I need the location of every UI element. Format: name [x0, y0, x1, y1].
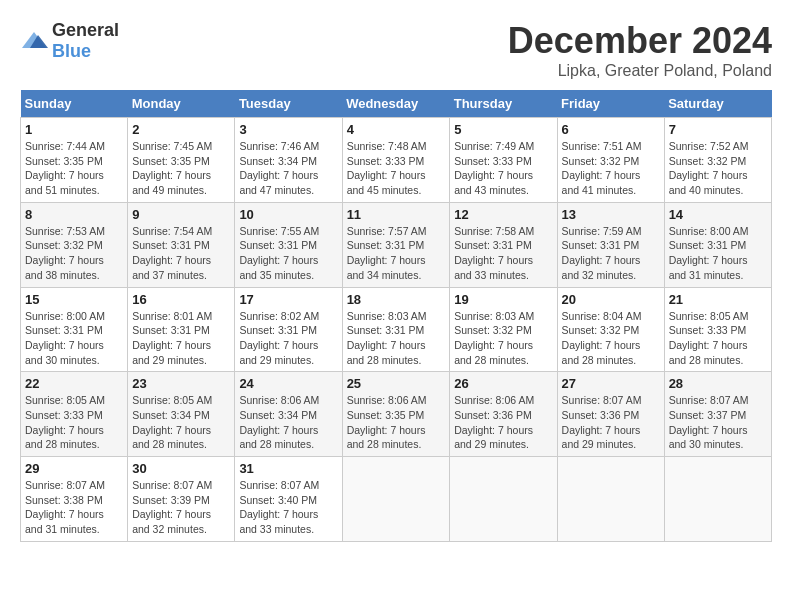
calendar-cell: 12Sunrise: 7:58 AMSunset: 3:31 PMDayligh… [450, 202, 557, 287]
day-info: Sunrise: 7:57 AMSunset: 3:31 PMDaylight:… [347, 224, 446, 283]
day-number: 26 [454, 376, 552, 391]
day-info: Sunrise: 8:07 AMSunset: 3:38 PMDaylight:… [25, 478, 123, 537]
day-number: 7 [669, 122, 767, 137]
day-info: Sunrise: 8:05 AMSunset: 3:33 PMDaylight:… [25, 393, 123, 452]
calendar-week-2: 8Sunrise: 7:53 AMSunset: 3:32 PMDaylight… [21, 202, 772, 287]
day-number: 5 [454, 122, 552, 137]
day-number: 23 [132, 376, 230, 391]
calendar-cell: 25Sunrise: 8:06 AMSunset: 3:35 PMDayligh… [342, 372, 450, 457]
day-info: Sunrise: 8:07 AMSunset: 3:40 PMDaylight:… [239, 478, 337, 537]
day-info: Sunrise: 8:07 AMSunset: 3:39 PMDaylight:… [132, 478, 230, 537]
day-number: 1 [25, 122, 123, 137]
column-header-saturday: Saturday [664, 90, 771, 118]
calendar-week-1: 1Sunrise: 7:44 AMSunset: 3:35 PMDaylight… [21, 118, 772, 203]
calendar-header-row: SundayMondayTuesdayWednesdayThursdayFrid… [21, 90, 772, 118]
day-number: 14 [669, 207, 767, 222]
day-number: 13 [562, 207, 660, 222]
logo-icon [20, 30, 48, 52]
calendar-cell: 27Sunrise: 8:07 AMSunset: 3:36 PMDayligh… [557, 372, 664, 457]
calendar-cell: 18Sunrise: 8:03 AMSunset: 3:31 PMDayligh… [342, 287, 450, 372]
calendar-cell: 13Sunrise: 7:59 AMSunset: 3:31 PMDayligh… [557, 202, 664, 287]
column-header-tuesday: Tuesday [235, 90, 342, 118]
day-info: Sunrise: 8:00 AMSunset: 3:31 PMDaylight:… [669, 224, 767, 283]
day-number: 9 [132, 207, 230, 222]
day-number: 28 [669, 376, 767, 391]
sub-title: Lipka, Greater Poland, Poland [508, 62, 772, 80]
calendar-cell [557, 457, 664, 542]
calendar-week-4: 22Sunrise: 8:05 AMSunset: 3:33 PMDayligh… [21, 372, 772, 457]
column-header-sunday: Sunday [21, 90, 128, 118]
calendar-cell: 6Sunrise: 7:51 AMSunset: 3:32 PMDaylight… [557, 118, 664, 203]
day-info: Sunrise: 7:54 AMSunset: 3:31 PMDaylight:… [132, 224, 230, 283]
day-number: 19 [454, 292, 552, 307]
day-info: Sunrise: 8:05 AMSunset: 3:33 PMDaylight:… [669, 309, 767, 368]
calendar-cell: 19Sunrise: 8:03 AMSunset: 3:32 PMDayligh… [450, 287, 557, 372]
day-info: Sunrise: 8:05 AMSunset: 3:34 PMDaylight:… [132, 393, 230, 452]
calendar-cell: 29Sunrise: 8:07 AMSunset: 3:38 PMDayligh… [21, 457, 128, 542]
calendar-cell: 10Sunrise: 7:55 AMSunset: 3:31 PMDayligh… [235, 202, 342, 287]
calendar-cell: 30Sunrise: 8:07 AMSunset: 3:39 PMDayligh… [128, 457, 235, 542]
day-number: 17 [239, 292, 337, 307]
calendar-cell: 3Sunrise: 7:46 AMSunset: 3:34 PMDaylight… [235, 118, 342, 203]
day-number: 6 [562, 122, 660, 137]
day-number: 30 [132, 461, 230, 476]
calendar-cell: 8Sunrise: 7:53 AMSunset: 3:32 PMDaylight… [21, 202, 128, 287]
logo-text: General Blue [52, 20, 119, 62]
day-number: 27 [562, 376, 660, 391]
day-number: 21 [669, 292, 767, 307]
day-number: 29 [25, 461, 123, 476]
day-info: Sunrise: 7:46 AMSunset: 3:34 PMDaylight:… [239, 139, 337, 198]
day-info: Sunrise: 7:59 AMSunset: 3:31 PMDaylight:… [562, 224, 660, 283]
calendar-cell: 17Sunrise: 8:02 AMSunset: 3:31 PMDayligh… [235, 287, 342, 372]
calendar-cell: 2Sunrise: 7:45 AMSunset: 3:35 PMDaylight… [128, 118, 235, 203]
logo: General Blue [20, 20, 119, 62]
day-info: Sunrise: 8:06 AMSunset: 3:34 PMDaylight:… [239, 393, 337, 452]
day-number: 11 [347, 207, 446, 222]
day-info: Sunrise: 7:53 AMSunset: 3:32 PMDaylight:… [25, 224, 123, 283]
day-info: Sunrise: 8:03 AMSunset: 3:32 PMDaylight:… [454, 309, 552, 368]
calendar-cell: 5Sunrise: 7:49 AMSunset: 3:33 PMDaylight… [450, 118, 557, 203]
day-info: Sunrise: 7:44 AMSunset: 3:35 PMDaylight:… [25, 139, 123, 198]
day-number: 3 [239, 122, 337, 137]
calendar-cell: 31Sunrise: 8:07 AMSunset: 3:40 PMDayligh… [235, 457, 342, 542]
logo-general: General [52, 20, 119, 40]
day-number: 12 [454, 207, 552, 222]
day-number: 2 [132, 122, 230, 137]
calendar-week-5: 29Sunrise: 8:07 AMSunset: 3:38 PMDayligh… [21, 457, 772, 542]
calendar-cell: 24Sunrise: 8:06 AMSunset: 3:34 PMDayligh… [235, 372, 342, 457]
day-info: Sunrise: 8:06 AMSunset: 3:36 PMDaylight:… [454, 393, 552, 452]
day-info: Sunrise: 7:48 AMSunset: 3:33 PMDaylight:… [347, 139, 446, 198]
calendar-cell [664, 457, 771, 542]
column-header-friday: Friday [557, 90, 664, 118]
day-info: Sunrise: 7:52 AMSunset: 3:32 PMDaylight:… [669, 139, 767, 198]
day-info: Sunrise: 8:07 AMSunset: 3:36 PMDaylight:… [562, 393, 660, 452]
day-number: 8 [25, 207, 123, 222]
calendar-cell: 28Sunrise: 8:07 AMSunset: 3:37 PMDayligh… [664, 372, 771, 457]
title-area: December 2024 Lipka, Greater Poland, Pol… [508, 20, 772, 80]
day-info: Sunrise: 7:49 AMSunset: 3:33 PMDaylight:… [454, 139, 552, 198]
day-number: 24 [239, 376, 337, 391]
calendar-cell [450, 457, 557, 542]
calendar-cell: 7Sunrise: 7:52 AMSunset: 3:32 PMDaylight… [664, 118, 771, 203]
calendar-table: SundayMondayTuesdayWednesdayThursdayFrid… [20, 90, 772, 542]
day-info: Sunrise: 7:55 AMSunset: 3:31 PMDaylight:… [239, 224, 337, 283]
calendar-week-3: 15Sunrise: 8:00 AMSunset: 3:31 PMDayligh… [21, 287, 772, 372]
calendar-cell: 22Sunrise: 8:05 AMSunset: 3:33 PMDayligh… [21, 372, 128, 457]
day-number: 31 [239, 461, 337, 476]
calendar-cell: 4Sunrise: 7:48 AMSunset: 3:33 PMDaylight… [342, 118, 450, 203]
day-info: Sunrise: 8:03 AMSunset: 3:31 PMDaylight:… [347, 309, 446, 368]
page-header: General Blue December 2024 Lipka, Greate… [20, 20, 772, 80]
day-number: 10 [239, 207, 337, 222]
calendar-cell: 14Sunrise: 8:00 AMSunset: 3:31 PMDayligh… [664, 202, 771, 287]
day-info: Sunrise: 8:07 AMSunset: 3:37 PMDaylight:… [669, 393, 767, 452]
day-number: 20 [562, 292, 660, 307]
day-number: 25 [347, 376, 446, 391]
day-info: Sunrise: 7:51 AMSunset: 3:32 PMDaylight:… [562, 139, 660, 198]
calendar-cell: 26Sunrise: 8:06 AMSunset: 3:36 PMDayligh… [450, 372, 557, 457]
day-number: 4 [347, 122, 446, 137]
day-info: Sunrise: 7:58 AMSunset: 3:31 PMDaylight:… [454, 224, 552, 283]
column-header-thursday: Thursday [450, 90, 557, 118]
day-number: 15 [25, 292, 123, 307]
column-header-monday: Monday [128, 90, 235, 118]
day-info: Sunrise: 8:02 AMSunset: 3:31 PMDaylight:… [239, 309, 337, 368]
